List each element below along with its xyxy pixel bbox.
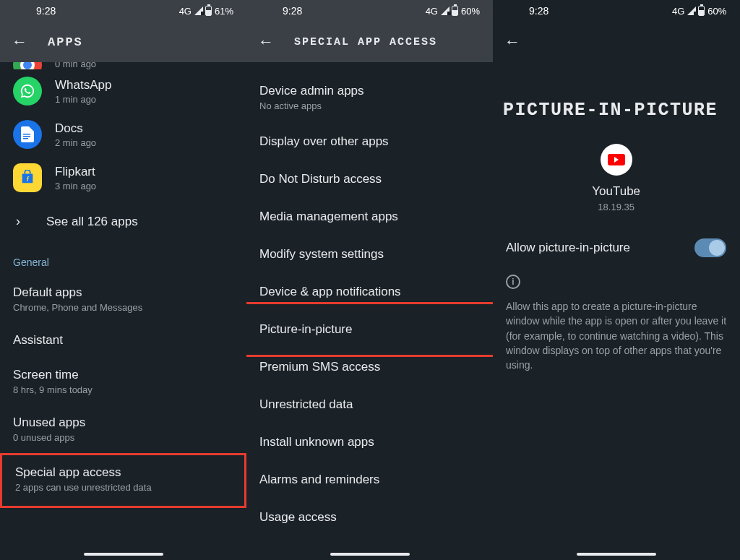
setting-title: Special app access	[15, 465, 231, 480]
setting-screen-time[interactable]: Screen time 8 hrs, 9 mins today	[0, 358, 246, 405]
setting-sub: Chrome, Phone and Messages	[13, 302, 233, 313]
sa-pip[interactable]: Picture-in-picture	[246, 311, 493, 348]
app-hero: YouTube 18.19.35	[493, 129, 739, 220]
battery-icon	[205, 6, 212, 16]
signal-icon	[194, 7, 203, 15]
setting-special-app-access[interactable]: Special app access 2 apps can use unrest…	[0, 453, 246, 508]
info-icon: i	[506, 275, 520, 289]
sa-display-over[interactable]: Display over other apps	[246, 123, 493, 160]
status-bar: 9:28 4G 60%	[493, 0, 739, 22]
svg-rect-1	[23, 136, 30, 137]
see-all-label: See all 126 apps	[46, 215, 138, 229]
nav-bar-icon[interactable]	[84, 553, 163, 556]
chevron-right-icon: ›	[16, 214, 20, 229]
app-name: Flipkart	[55, 165, 96, 179]
sa-title: Install unknown apps	[259, 435, 480, 449]
nav-bar-icon[interactable]	[330, 553, 410, 556]
app-name: WhatsApp	[55, 78, 111, 92]
status-bar: 9:28 4G 61%	[0, 0, 246, 22]
app-row-chrome[interactable]: 0 min ago	[0, 62, 246, 69]
back-icon[interactable]: ←	[12, 34, 27, 50]
sa-title: Modify system settings	[259, 247, 480, 262]
app-sub: 3 min ago	[55, 181, 96, 191]
setting-unused-apps[interactable]: Unused apps 0 unused apps	[0, 405, 246, 453]
sa-media-mgmt[interactable]: Media management apps	[246, 198, 493, 236]
special-access-header: ← SPECIAL APP ACCESS	[246, 22, 493, 62]
back-icon[interactable]: ←	[504, 34, 520, 50]
sa-unrestricted-data[interactable]: Unrestricted data	[246, 386, 493, 423]
switch-on-icon[interactable]	[694, 238, 726, 257]
back-icon[interactable]: ←	[258, 34, 274, 50]
app-row-flipkart[interactable]: f Flipkart 3 min ago	[0, 156, 246, 199]
sa-modify-system[interactable]: Modify system settings	[246, 236, 493, 273]
setting-default-apps[interactable]: Default apps Chrome, Phone and Messages	[0, 275, 246, 323]
sa-usage-access[interactable]: Usage access	[246, 499, 493, 536]
youtube-icon	[601, 144, 632, 176]
hero-app-version: 18.19.35	[598, 202, 634, 212]
sa-dnd[interactable]: Do Not Disturb access	[246, 160, 493, 198]
sa-alarms[interactable]: Alarms and reminders	[246, 461, 493, 499]
sa-title: Premium SMS access	[259, 360, 480, 374]
app-name: Docs	[55, 121, 96, 136]
sa-title: Display over other apps	[259, 134, 480, 149]
sa-title: Do Not Disturb access	[259, 172, 480, 186]
info-text: Allow this app to create a picture-in-pi…	[506, 299, 726, 372]
sa-device-admin[interactable]: Device admin apps No active apps	[246, 72, 493, 123]
setting-title: Default apps	[13, 285, 233, 300]
pip-header: ←	[493, 22, 739, 62]
sa-install-unknown[interactable]: Install unknown apps	[246, 423, 493, 461]
status-net: 4G	[179, 6, 192, 17]
panel-pip: 9:28 4G 60% ← PICTURE-IN-PICTURE YouTube…	[493, 0, 739, 560]
app-row-docs[interactable]: Docs 2 min ago	[0, 113, 246, 156]
battery-icon	[452, 6, 458, 16]
app-sub: 0 min ago	[55, 62, 96, 69]
toggle-label: Allow picture-in-picture	[506, 241, 630, 255]
status-net: 4G	[426, 6, 438, 17]
status-time: 9:28	[36, 5, 56, 17]
whatsapp-icon	[13, 77, 42, 105]
info-section: i Allow this app to create a picture-in-…	[493, 269, 739, 378]
panel-special-app-access: 9:28 4G 60% ← SPECIAL APP ACCESS Device …	[246, 0, 493, 560]
apps-header: ← APPS	[0, 22, 246, 62]
toggle-allow-pip[interactable]: Allow picture-in-picture	[493, 220, 739, 269]
signal-icon	[687, 7, 696, 15]
signal-icon	[441, 7, 449, 15]
sa-device-notifications[interactable]: Device & app notifications	[246, 273, 493, 311]
apps-title: APPS	[48, 35, 83, 49]
sa-title: Unrestricted data	[259, 397, 480, 412]
see-all-apps[interactable]: › See all 126 apps	[0, 199, 246, 244]
nav-bar-icon[interactable]	[577, 553, 656, 556]
setting-sub: 2 apps can use unrestricted data	[15, 482, 231, 493]
setting-title: Screen time	[13, 368, 233, 382]
status-battery: 60%	[461, 6, 480, 17]
setting-assistant[interactable]: Assistant	[0, 323, 246, 358]
sa-title: Device & app notifications	[259, 285, 480, 299]
app-sub: 2 min ago	[55, 137, 96, 148]
sa-title: Alarms and reminders	[259, 473, 480, 487]
special-access-title: SPECIAL APP ACCESS	[294, 36, 437, 48]
flipkart-icon: f	[13, 163, 42, 192]
status-battery: 60%	[707, 6, 726, 17]
svg-rect-0	[23, 134, 30, 135]
docs-icon	[13, 120, 42, 149]
sa-premium-sms[interactable]: Premium SMS access	[246, 348, 493, 386]
sa-title: Usage access	[259, 510, 480, 525]
setting-sub: 0 unused apps	[13, 432, 233, 443]
hero-app-name: YouTube	[592, 184, 640, 199]
sa-title: Media management apps	[259, 210, 480, 224]
pip-page-title: PICTURE-IN-PICTURE	[493, 62, 739, 129]
chrome-icon	[13, 62, 42, 69]
status-time: 9:28	[529, 5, 548, 17]
app-sub: 1 min ago	[55, 94, 111, 105]
sa-title: Picture-in-picture	[259, 322, 480, 337]
svg-rect-2	[23, 138, 28, 139]
sa-title: Device admin apps	[259, 84, 480, 98]
setting-title: Assistant	[13, 333, 233, 348]
app-row-whatsapp[interactable]: WhatsApp 1 min ago	[0, 69, 246, 113]
panel-apps: 9:28 4G 61% ← APPS 0 min ago WhatsApp	[0, 0, 246, 560]
status-bar: 9:28 4G 60%	[246, 0, 493, 22]
status-battery: 61%	[215, 6, 233, 17]
battery-icon	[698, 6, 705, 16]
section-general: General	[0, 244, 246, 275]
sa-sub: No active apps	[259, 100, 480, 111]
